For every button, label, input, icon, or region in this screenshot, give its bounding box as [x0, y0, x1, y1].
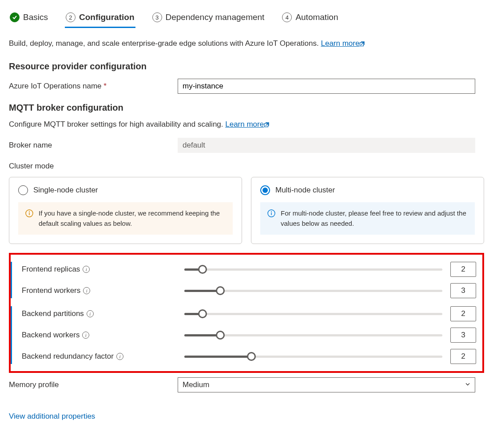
tab-label: Basics	[23, 12, 48, 22]
info-icon[interactable]: i	[116, 353, 123, 360]
backend-redundancy-label: Backend redundancy factor i	[22, 352, 184, 361]
memory-profile-select[interactable]: Medium	[178, 377, 475, 392]
svg-rect-4	[29, 212, 29, 215]
multi-node-title: Multi-node cluster	[275, 186, 335, 195]
view-additional-properties-link[interactable]: View additional properties	[9, 412, 95, 421]
frontend-workers-slider[interactable]	[184, 286, 442, 296]
scaling-highlight-box: Frontend replicas i 2 Frontend workers i…	[9, 253, 484, 373]
cluster-mode-label: Cluster mode	[9, 162, 178, 171]
tab-configuration[interactable]: 2 Configuration	[65, 9, 135, 28]
single-node-radio[interactable]	[18, 185, 28, 195]
backend-partitions-value[interactable]: 2	[450, 306, 476, 321]
page-description: Build, deploy, manage, and scale enterpr…	[9, 39, 484, 49]
frontend-replicas-label: Frontend replicas i	[22, 265, 184, 274]
tab-label: Configuration	[79, 12, 135, 22]
backend-workers-value[interactable]: 3	[450, 328, 476, 343]
iot-name-input[interactable]	[178, 79, 475, 94]
popout-icon	[359, 40, 366, 49]
backend-workers-label: Backend workers i	[22, 331, 184, 340]
popout-icon	[264, 121, 270, 130]
tab-dependency-management[interactable]: 3 Dependency management	[151, 9, 266, 28]
info-icon[interactable]: i	[83, 287, 90, 294]
mqtt-learn-more-link[interactable]: Learn more	[225, 120, 270, 128]
learn-more-link[interactable]: Learn more	[321, 39, 366, 48]
single-node-title: Single-node cluster	[33, 186, 98, 195]
frontend-replicas-value[interactable]: 2	[450, 262, 476, 277]
step-number-icon: 2	[66, 12, 76, 22]
frontend-workers-label: Frontend workers i	[22, 286, 184, 295]
backend-redundancy-value[interactable]: 2	[450, 349, 476, 364]
single-node-card[interactable]: Single-node cluster If you have a single…	[9, 177, 242, 244]
backend-slider-group: Backend partitions i 2 Backend workers i…	[11, 306, 476, 364]
multi-node-message: For multi-node cluster, please feel free…	[260, 202, 475, 235]
multi-node-radio[interactable]	[260, 185, 270, 195]
info-icon[interactable]: i	[87, 310, 94, 317]
backend-partitions-slider[interactable]	[184, 309, 442, 319]
info-icon[interactable]: i	[82, 332, 89, 339]
broker-name-input	[178, 138, 475, 153]
backend-redundancy-slider[interactable]	[184, 352, 442, 361]
step-number-icon: 4	[282, 12, 292, 22]
mqtt-heading: MQTT broker configuration	[9, 103, 484, 113]
backend-workers-slider[interactable]	[184, 330, 442, 340]
broker-name-label: Broker name	[9, 141, 178, 150]
check-icon	[10, 12, 20, 22]
step-number-icon: 3	[152, 12, 162, 22]
info-icon	[267, 209, 275, 228]
mqtt-description: Configure MQTT broker settings for high …	[9, 120, 484, 130]
single-node-message: If you have a single-node cluster, we re…	[18, 202, 233, 235]
resource-provider-heading: Resource provider configuration	[9, 61, 484, 72]
svg-point-6	[271, 211, 272, 212]
iot-name-label: Azure IoT Operations name *	[9, 82, 178, 91]
tabs-bar: Basics 2 Configuration 3 Dependency mana…	[9, 9, 484, 28]
tab-basics[interactable]: Basics	[9, 9, 49, 28]
memory-profile-label: Memory profile	[9, 380, 178, 389]
tab-label: Automation	[295, 12, 338, 22]
frontend-workers-value[interactable]: 3	[450, 283, 476, 298]
svg-rect-7	[271, 212, 271, 215]
info-icon[interactable]: i	[83, 266, 90, 273]
frontend-slider-group: Frontend replicas i 2 Frontend workers i…	[11, 262, 476, 298]
multi-node-card[interactable]: Multi-node cluster For multi-node cluste…	[251, 177, 484, 244]
backend-partitions-label: Backend partitions i	[22, 309, 184, 318]
svg-point-3	[29, 211, 30, 212]
warning-info-icon	[25, 209, 33, 228]
tab-automation[interactable]: 4 Automation	[281, 9, 339, 28]
frontend-replicas-slider[interactable]	[184, 264, 442, 274]
tab-label: Dependency management	[166, 12, 265, 22]
